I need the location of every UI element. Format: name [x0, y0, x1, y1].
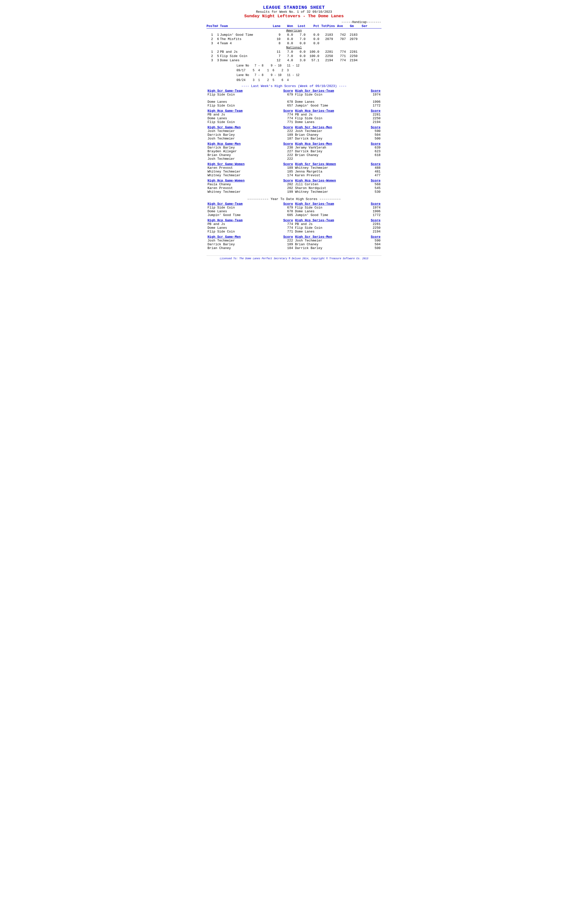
table-row: 1 1 Jumpin' Good Time 9 0.0 7.0 0.0 2183…: [207, 33, 381, 37]
lane-col: 7: [270, 54, 283, 58]
hs-category: High Scr Series-Team: [295, 89, 334, 93]
hs-name: Flip Side Coin: [207, 230, 281, 233]
hs-score: 174: [281, 174, 293, 177]
list-item: Karen Prevost477: [295, 174, 381, 177]
hs-name: Josh Techmeier: [295, 239, 368, 243]
hs-score-label: Score: [283, 109, 293, 113]
team-name: The Misfits: [220, 37, 270, 41]
hs-name: Jeramy VanVlerah: [295, 146, 368, 149]
hs-right-half: High Scr Series-MenScoreJosh Techmeier59…: [294, 125, 381, 142]
hs-name: Flip Side Coin: [295, 206, 368, 210]
lane-col: 9: [270, 33, 283, 37]
hs-name: Darrick Barley: [295, 137, 368, 141]
hs-score: 1906: [368, 210, 381, 213]
pos-col: 3: [207, 59, 214, 62]
lost-col: 0.0: [295, 50, 307, 54]
date-1: 09/17: [237, 69, 245, 72]
hs-name: Dome Lanes: [295, 120, 368, 124]
won-col: 7.0: [283, 54, 295, 58]
list-item: Darrick Barley500: [295, 246, 381, 250]
col-won: Won: [283, 24, 295, 28]
hs-score: 222: [281, 157, 293, 161]
hs-left-half: High Scr Game-TeamScoreFlip Side Coin679…: [207, 202, 294, 218]
hs-name: Karen Prevost: [207, 186, 281, 190]
list-item: PB and Js774: [207, 222, 293, 226]
pct-col: 0.0: [307, 33, 321, 37]
hs-score: 2194: [368, 120, 381, 124]
col-ser: Ser: [354, 24, 368, 28]
col-team: Team: [220, 24, 270, 28]
hs-name: Whitney Techmeier: [207, 170, 281, 174]
hs-name: Darrick Barley: [295, 246, 368, 250]
lost-col: 7.0: [295, 37, 307, 41]
hs-category: High Scr Series-Men: [295, 125, 332, 129]
hs-score: 202: [281, 186, 293, 190]
table-row: 3 3 Dome Lanes 12 4.0 3.0 57.1 2194 774 …: [207, 58, 381, 62]
col-lane: Lane: [270, 24, 283, 28]
hs-left-half: High Hcp Game-MenScoreDarrick Barley230B…: [207, 142, 294, 162]
totpins-col: 2079: [321, 37, 335, 41]
hs-name: Brayden Alleger: [207, 149, 281, 153]
list-item: Flip Side Coin771: [207, 230, 293, 233]
pos-col: 1: [207, 33, 214, 37]
hs-left-half: High Hcp Game-TeamScorePB and Js774Dome …: [207, 218, 294, 235]
hs-name: Dome Lanes: [295, 210, 368, 213]
license-footer: Licensed To: The Dome Lanes Perfect Secr…: [207, 256, 381, 260]
hs-category: High Hcp Game-Women: [207, 179, 245, 182]
hs-score: 477: [368, 174, 381, 177]
hs-category: High Hcp Series-Team: [295, 218, 334, 222]
hs-score: 771: [281, 230, 293, 233]
hs-score: 230: [281, 146, 293, 149]
hs-name: Whitney Techmeier: [295, 190, 368, 194]
pos-col: 3: [207, 41, 214, 45]
hs-score: 568: [368, 182, 381, 186]
team-name: Team 4: [220, 41, 270, 45]
hs-score-label: Score: [283, 162, 293, 166]
hs-score: 488: [368, 166, 381, 170]
hs-left-half: High Hcp Game-WomenScorePaula Chaney202K…: [207, 179, 294, 195]
gmser-col: 774 2281: [335, 50, 358, 54]
col-lost: Lost: [295, 24, 307, 28]
gmser-col: 771 2250: [335, 54, 358, 58]
hs-category: High Scr Game-Men: [207, 125, 241, 129]
lost-col: 0.0: [295, 54, 307, 58]
gmser-col: 742 2183: [335, 33, 358, 37]
hs-section-row: High Scr Game-WomenScoreKaren Prevost189…: [207, 162, 381, 179]
col-gm: Gm: [345, 24, 354, 28]
list-item: Dome Lanes2194: [295, 230, 381, 233]
hs-name: Darrick Barley: [207, 243, 281, 246]
hs-name: PB and Js: [295, 113, 368, 117]
lane-ranges-1: 7 - 8 9 - 10 11 - 12: [255, 64, 299, 67]
hs-right-half: High Scr Series-MenScoreJosh Techmeier59…: [294, 235, 381, 251]
list-item: Darrick Barley189: [207, 243, 293, 246]
table-row: 2 5 Flip Side Coin 7 7.0 0.0 100.0 2250 …: [207, 54, 381, 58]
hs-category: High Hcp Series-Men: [295, 142, 332, 146]
hs-name: Flip Side Coin: [207, 93, 281, 97]
lane-col: 11: [270, 50, 283, 54]
hs-name: Josh Techmeier: [207, 137, 281, 141]
won-col: 7.0: [283, 50, 295, 54]
list-item: Whitney Techmeier185: [207, 170, 293, 174]
list-item: Dome Lanes774: [207, 226, 293, 230]
hs-score: 618: [368, 153, 381, 157]
hs-section-row: High Hcp Game-TeamScorePB and Js774Dome …: [207, 218, 381, 235]
hs-score: 623: [368, 149, 381, 153]
lost-col: 7.0: [295, 33, 307, 37]
list-item: Dome Lanes678: [207, 210, 293, 213]
col-tm: [214, 24, 220, 28]
subtitle: Results for Week No. 1 of 32 09/10/2023: [207, 10, 381, 14]
col-totpins: TotPins: [321, 24, 335, 28]
gmser-col: [335, 41, 358, 45]
hs-category: High Hcp Game-Men: [207, 142, 241, 146]
hs-score: 202: [281, 182, 293, 186]
team-name: PB and Js: [220, 50, 270, 54]
list-item: Brian Chaney184: [207, 246, 293, 250]
hs-score: 189: [281, 243, 293, 246]
hs-left-half: High Scr Game-TeamScoreFlip Side Coin679…: [207, 89, 294, 109]
pos-col: 1: [207, 50, 214, 54]
hs-score: 189: [281, 166, 293, 170]
hs-section-row: High Hcp Game-TeamScorePB and Js774Dome …: [207, 109, 381, 125]
hs-score-label: Score: [371, 179, 381, 182]
hs-score: 679: [281, 93, 293, 97]
list-item: Paula Chaney202: [207, 182, 293, 186]
